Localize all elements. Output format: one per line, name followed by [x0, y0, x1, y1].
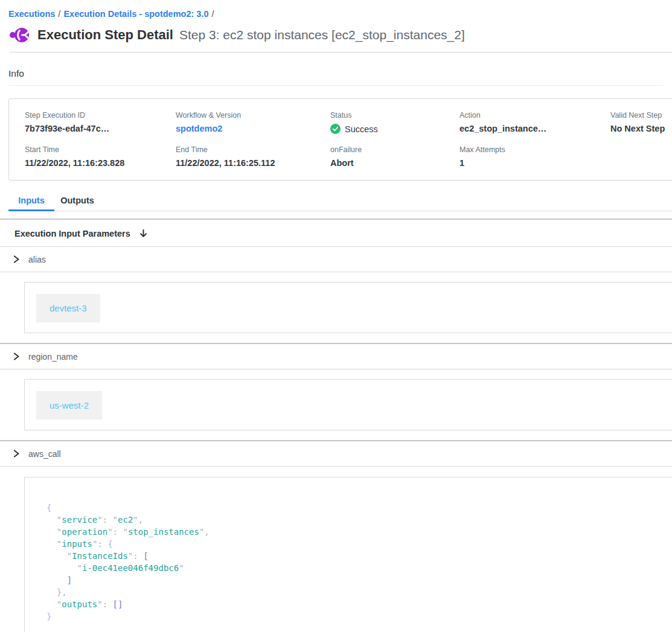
field-value: 7b73f93e-edaf-47c… [25, 124, 176, 133]
tab-outputs[interactable]: Outputs [54, 193, 100, 211]
field-on-failure: onFailure Abort [330, 145, 459, 168]
field-workflow-version: Workflow & Version spotdemo2 [176, 111, 330, 134]
breadcrumb-separator: / [55, 9, 63, 19]
field-value: 1 [459, 158, 610, 168]
param-name: alias [28, 255, 46, 264]
info-section-title: Info [8, 68, 664, 86]
param-content-aws-call: { "service": "ec2", "operation": "stop_i… [24, 477, 672, 632]
field-start-time: Start Time 11/22/2022, 11:16:23.828 [25, 145, 176, 168]
field-label: onFailure [330, 145, 459, 154]
field-value: 11/22/2022, 11:16:25.112 [176, 158, 330, 168]
breadcrumb-link-execution-details[interactable]: Execution Details - spotdemo2: 3.0 [63, 9, 208, 19]
chevron-right-icon [12, 450, 20, 458]
param-section-region-name: region_name us-west-2 [0, 344, 672, 430]
field-step-execution-id: Step Execution ID 7b73f93e-edaf-47c… [25, 111, 176, 134]
param-content-region-name: us-west-2 [24, 379, 672, 430]
field-value: ec2_stop_instance… [459, 124, 610, 133]
param-name: aws_call [28, 449, 61, 459]
workflow-logo-icon [10, 27, 30, 43]
field-label: End Time [176, 145, 330, 154]
field-label: Valid Next Step [610, 111, 672, 120]
param-content-alias: devtest-3 [24, 282, 672, 333]
field-status: Status Success [330, 111, 459, 134]
field-end-time: End Time 11/22/2022, 11:16:25.112 [176, 145, 330, 168]
field-label: Start Time [25, 145, 176, 154]
json-code-block: { "service": "ec2", "operation": "stop_i… [46, 502, 672, 622]
download-arrow-icon[interactable] [139, 229, 148, 238]
param-section-aws-call: aws_call { "service": "ec2", "operation"… [0, 441, 672, 632]
field-label: Step Execution ID [25, 111, 176, 120]
breadcrumb-link-executions[interactable]: Executions [8, 9, 55, 19]
param-section-alias: alias devtest-3 [0, 247, 672, 333]
page-title: Execution Step Detail [37, 27, 173, 43]
field-value: Abort [330, 158, 459, 168]
info-card: Step Execution ID 7b73f93e-edaf-47c… Wor… [8, 98, 672, 180]
chevron-right-icon [12, 353, 20, 360]
param-value-chip: us-west-2 [36, 391, 102, 420]
field-value: No Next Step [610, 124, 672, 133]
param-name: region_name [28, 352, 78, 362]
param-header-aws-call[interactable]: aws_call [0, 441, 672, 467]
field-label: Status [330, 111, 459, 120]
workflow-link[interactable]: spotdemo2 [176, 124, 330, 133]
param-header-alias[interactable]: alias [0, 247, 672, 272]
tab-bar: Inputs Outputs [8, 193, 672, 211]
breadcrumb: Executions/Execution Details - spotdemo2… [0, 0, 672, 19]
success-check-icon [330, 124, 341, 134]
param-value-chip: devtest-3 [36, 294, 100, 322]
field-max-attempts: Max Attempts 1 [459, 145, 610, 168]
page-subtitle: Step 3: ec2 stop instances [ec2_stop_ins… [179, 28, 465, 42]
field-valid-next-step: Valid Next Step No Next Step [610, 111, 672, 134]
field-action: Action ec2_stop_instance… [459, 111, 610, 134]
param-header-region-name[interactable]: region_name [0, 344, 672, 369]
field-label: Workflow & Version [176, 111, 330, 120]
field-label: Action [459, 111, 610, 120]
breadcrumb-separator: / [209, 9, 217, 19]
status-badge: Success [345, 124, 378, 134]
field-label: Max Attempts [459, 145, 610, 154]
tab-inputs[interactable]: Inputs [8, 193, 54, 211]
execution-input-parameters-header: Execution Input Parameters [0, 220, 672, 247]
field-value: 11/22/2022, 11:16:23.828 [25, 158, 176, 168]
execution-input-parameters-label: Execution Input Parameters [14, 229, 130, 238]
page-header: Execution Step Detail Step 3: ec2 stop i… [10, 27, 672, 53]
chevron-right-icon [12, 255, 20, 263]
